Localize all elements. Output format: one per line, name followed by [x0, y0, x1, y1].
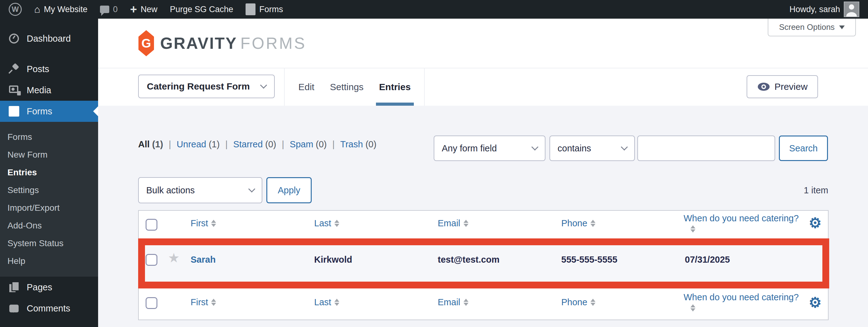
items-count: 1 item	[804, 185, 828, 195]
column-footer-first[interactable]: First	[191, 297, 216, 307]
sort-icon	[334, 299, 339, 306]
sidebar-item-media[interactable]: Media	[0, 80, 98, 101]
star-icon[interactable]: ★	[168, 251, 180, 265]
submenu-item-help[interactable]: Help	[0, 252, 98, 270]
chevron-down-icon	[531, 144, 538, 151]
sidebar-item-label: Posts	[27, 64, 49, 74]
sort-icon	[334, 220, 339, 227]
sidebar-item-dashboard[interactable]: Dashboard	[0, 28, 98, 49]
entry-filters: All (1) | Unread (1) | Starred (0) | Spa…	[138, 139, 377, 149]
gravity-forms-icon	[9, 106, 19, 116]
submenu-item-add-ons[interactable]: Add-Ons	[0, 217, 98, 235]
sort-icon	[464, 299, 468, 306]
entry-last-name: Kirkwold	[314, 254, 352, 265]
chevron-down-icon	[248, 186, 255, 193]
dashboard-icon	[9, 33, 19, 44]
sort-icon	[590, 220, 595, 227]
entry-email: test@test.com	[438, 254, 499, 265]
sidebar-item-posts[interactable]: Posts	[0, 58, 98, 80]
filter-starred[interactable]: Starred (0)	[233, 139, 276, 149]
filter-trash[interactable]: Trash (0)	[340, 139, 377, 149]
submenu-item-settings[interactable]: Settings	[0, 181, 98, 199]
filter-spam[interactable]: Spam (0)	[290, 139, 327, 149]
table-footer-row: First Last Email Phone When do you need …	[139, 289, 828, 320]
tab-settings[interactable]: Settings	[330, 69, 364, 106]
howdy-label: Howdy, sarah	[789, 5, 840, 14]
column-header-phone[interactable]: Phone	[561, 218, 595, 228]
column-footer-catering-date[interactable]: When do you need catering?	[684, 292, 799, 311]
wordpress-logo-icon	[9, 3, 22, 16]
search-operator-dropdown[interactable]: contains	[550, 136, 635, 161]
filter-all[interactable]: All (1)	[138, 139, 163, 149]
table-header-row: First Last Email Phone When do you need …	[139, 211, 828, 238]
sidebar-item-appearance[interactable]: Appearance	[0, 325, 98, 327]
entry-row-highlighted[interactable]: ★ Sarah Kirkwold test@test.com 555-555-5…	[138, 238, 829, 289]
pages-icon	[9, 282, 19, 292]
search-field-value: Any form field	[442, 143, 497, 154]
chevron-down-icon	[839, 26, 845, 29]
site-name-label: My Website	[44, 5, 88, 14]
chevron-down-icon	[621, 144, 628, 151]
purge-sg-cache-menu[interactable]: Purge SG Cache	[170, 5, 233, 14]
chevron-down-icon	[260, 82, 267, 89]
column-settings-gear-icon[interactable]: ⚙	[809, 216, 822, 230]
search-operator-value: contains	[558, 143, 591, 154]
sort-icon	[690, 304, 695, 311]
divider: |	[331, 139, 336, 149]
select-all-checkbox[interactable]	[146, 297, 157, 309]
row-checkbox[interactable]	[146, 254, 157, 266]
tab-entries[interactable]: Entries	[379, 69, 411, 106]
column-footer-email[interactable]: Email	[438, 297, 468, 307]
search-button[interactable]: Search	[779, 136, 828, 161]
sidebar-item-label: Media	[27, 85, 51, 96]
sidebar-item-label: Pages	[27, 282, 52, 293]
select-all-checkbox[interactable]	[146, 219, 157, 230]
pushpin-icon	[9, 64, 19, 74]
howdy-account-menu[interactable]: Howdy, sarah	[789, 2, 859, 17]
sidebar-item-label: Dashboard	[27, 33, 71, 44]
submenu-item-new-form[interactable]: New Form	[0, 146, 98, 163]
gravity-forms-wordmark: GRAVITYFORMS	[160, 34, 306, 53]
divider	[424, 69, 425, 106]
preview-label: Preview	[775, 81, 808, 92]
tab-edit[interactable]: Edit	[298, 69, 314, 106]
submenu-item-import-export[interactable]: Import/Export	[0, 199, 98, 217]
divider: |	[168, 139, 173, 149]
sidebar-item-pages[interactable]: Pages	[0, 277, 98, 298]
sort-icon	[590, 299, 595, 306]
column-header-last[interactable]: Last	[314, 218, 339, 228]
forms-admin-bar-menu[interactable]: Forms	[246, 3, 283, 15]
column-footer-last[interactable]: Last	[314, 297, 339, 307]
column-footer-phone[interactable]: Phone	[561, 297, 595, 307]
entries-table: First Last Email Phone When do you need …	[138, 210, 829, 320]
brand-primary: GRAVITY	[160, 34, 237, 52]
form-switcher-dropdown[interactable]: Catering Request Form	[138, 75, 275, 98]
column-settings-gear-icon[interactable]: ⚙	[809, 295, 822, 309]
sidebar-item-forms[interactable]: Forms	[0, 101, 98, 122]
column-header-email[interactable]: Email	[438, 218, 468, 228]
avatar	[844, 2, 859, 17]
home-icon	[34, 4, 40, 14]
search-input[interactable]	[637, 136, 775, 161]
preview-button[interactable]: Preview	[747, 75, 818, 98]
entry-catering-date: 07/31/2025	[685, 254, 730, 265]
sidebar-item-comments[interactable]: Comments	[0, 298, 98, 319]
filter-unread[interactable]: Unread (1)	[177, 139, 220, 149]
entries-page-content: All (1) | Unread (1) | Starred (0) | Spa…	[98, 106, 868, 327]
wordpress-menu[interactable]	[9, 3, 22, 16]
column-header-catering-date[interactable]: When do you need catering?	[684, 213, 799, 233]
search-field-dropdown[interactable]: Any form field	[434, 136, 546, 161]
apply-button[interactable]: Apply	[266, 177, 312, 203]
submenu-item-entries[interactable]: Entries	[0, 163, 98, 181]
submenu-item-system-status[interactable]: System Status	[0, 235, 98, 252]
comments-menu[interactable]: 0	[100, 5, 118, 14]
bulk-actions-dropdown[interactable]: Bulk actions	[138, 177, 262, 203]
site-name-menu[interactable]: My Website	[34, 4, 88, 14]
new-content-menu[interactable]: New	[130, 5, 157, 14]
sidebar-item-label: Forms	[27, 106, 52, 116]
column-header-first[interactable]: First	[191, 218, 216, 228]
entry-first-name-link[interactable]: Sarah	[191, 254, 216, 265]
screen-options-button[interactable]: Screen Options	[768, 19, 856, 36]
submenu-item-forms[interactable]: Forms	[0, 128, 98, 146]
comment-icon	[9, 305, 19, 312]
